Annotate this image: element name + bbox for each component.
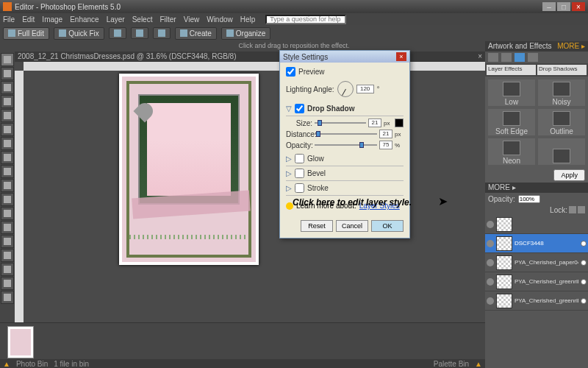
create-button[interactable]: Create [175,27,217,40]
tool-bucket[interactable] [1,263,14,276]
shadow-color-swatch[interactable] [395,118,404,127]
palette-bin-label[interactable]: Palette Bin [434,360,469,368]
document-close-icon[interactable]: × [478,52,482,61]
tool-eraser[interactable] [1,249,14,262]
dialog-close-button[interactable]: × [396,52,406,61]
layer-style-indicator[interactable] [581,298,587,304]
layer-row[interactable]: DSCF3448 [485,234,588,253]
menu-file[interactable]: File [3,15,15,24]
size-value[interactable]: 21 [368,118,381,127]
effects-type-dropdown[interactable]: Layer Effects [487,65,536,75]
tool-hand[interactable] [1,81,14,94]
tool-wand[interactable] [1,137,14,150]
visibility-icon[interactable] [487,240,494,247]
tool-cookie[interactable] [1,179,14,192]
chevron-up-icon[interactable]: ▲ [3,360,10,368]
tool-eyedropper[interactable] [1,95,14,108]
visibility-icon[interactable] [487,278,494,286]
opacity-value[interactable]: 75 [379,141,392,149]
swatch-noisy[interactable]: Noisy [538,79,585,106]
glow-checkbox[interactable] [295,154,304,163]
tool-redeye[interactable] [1,193,14,206]
print-button[interactable] [109,27,126,39]
organize-button[interactable]: Organize [221,27,271,40]
lock-transparent-icon[interactable] [569,206,576,213]
visibility-icon[interactable] [487,259,494,266]
tool-move[interactable] [1,53,14,66]
layer-style-indicator[interactable] [581,241,587,247]
layer-row[interactable] [485,215,588,234]
apply-button[interactable]: Apply [553,169,585,181]
effects-tab-3[interactable] [514,53,525,62]
lighting-angle-input[interactable]: 120 [356,85,374,93]
stroke-checkbox[interactable] [295,183,304,193]
disclose-icon[interactable]: ▷ [286,155,292,163]
quick-fix-button[interactable]: Quick Fix [54,27,104,40]
bevel-checkbox[interactable] [295,169,304,178]
tool-crop[interactable] [1,165,14,178]
menu-enhance[interactable]: Enhance [70,15,98,24]
swatch-empty[interactable] [538,138,585,165]
menu-layer[interactable]: Layer [107,15,125,24]
disclose-icon[interactable]: ▷ [286,169,292,177]
drop-shadow-checkbox[interactable] [295,104,304,113]
attach-button[interactable] [153,27,171,39]
layer-row[interactable]: PYA_Cherished_paper04 [485,253,588,272]
reset-button[interactable]: Reset [301,220,333,232]
menu-select[interactable]: Select [132,15,153,24]
tool-heal[interactable] [1,207,14,220]
layer-row[interactable]: PYA_Cherished_greenribbon [485,272,588,291]
tool-type[interactable] [1,151,14,164]
effects-style-dropdown[interactable]: Drop Shadows [537,65,587,75]
opacity-slider[interactable] [315,144,377,146]
tool-gradient[interactable] [1,277,14,290]
tool-shape[interactable] [1,291,14,304]
effects-tab-2[interactable] [501,53,512,62]
chevron-up-icon[interactable]: ▲ [475,360,482,368]
swatch-outline[interactable]: Outline [538,109,585,135]
lock-all-icon[interactable] [578,206,585,213]
layer-opacity-input[interactable] [518,195,540,203]
tool-lasso[interactable] [1,123,14,136]
layers-more-button[interactable]: MORE ▸ [488,183,516,192]
photo-bin-label[interactable]: Photo Bin [16,360,48,368]
canvas-viewport[interactable] [24,71,485,322]
effects-tab-4[interactable] [528,53,538,62]
document-tab[interactable]: 2008_12_21 ChristmasDresses.psd @ 31.6% … [15,52,485,62]
menu-help[interactable]: Help [240,15,256,24]
preview-checkbox[interactable] [286,67,295,77]
menu-filter[interactable]: Filter [159,15,176,24]
lighting-angle-dial[interactable] [337,81,354,97]
effects-tab-1[interactable] [488,53,498,62]
tool-brush[interactable] [1,235,14,248]
bin-thumbnail[interactable] [7,326,34,358]
full-edit-button[interactable]: Full Edit [3,27,49,40]
size-slider[interactable] [315,122,366,124]
distance-value[interactable]: 21 [379,130,392,138]
visibility-icon[interactable] [487,297,494,305]
document-canvas[interactable] [119,74,259,265]
menu-edit[interactable]: Edit [22,15,35,24]
minimize-button[interactable]: – [542,2,556,11]
close-button[interactable]: × [572,2,585,11]
menu-image[interactable]: Image [42,15,62,24]
save-button[interactable] [131,27,148,39]
dialog-titlebar[interactable]: Style Settings × [280,51,409,63]
layer-style-indicator[interactable] [581,279,587,285]
distance-slider[interactable] [315,133,377,135]
disclose-icon[interactable]: ▷ [286,184,292,192]
cancel-button[interactable]: Cancel [336,220,368,232]
tool-stamp[interactable] [1,221,14,234]
swatch-low[interactable]: Low [488,79,535,106]
menu-view[interactable]: View [184,15,200,24]
swatch-neon[interactable]: Neon [488,138,535,165]
swatch-softedge[interactable]: Soft Edge [488,109,535,135]
layer-row[interactable]: PYA_Cherished_greenribbon1 ... [485,291,588,311]
menu-window[interactable]: Window [207,15,233,24]
effects-more-button[interactable]: MORE ▸ [557,42,585,51]
ok-button[interactable]: OK [371,220,404,232]
maximize-button[interactable]: □ [557,2,570,11]
tool-marquee[interactable] [1,109,14,122]
disclose-icon[interactable]: ▽ [286,105,292,113]
visibility-icon[interactable] [487,221,494,228]
